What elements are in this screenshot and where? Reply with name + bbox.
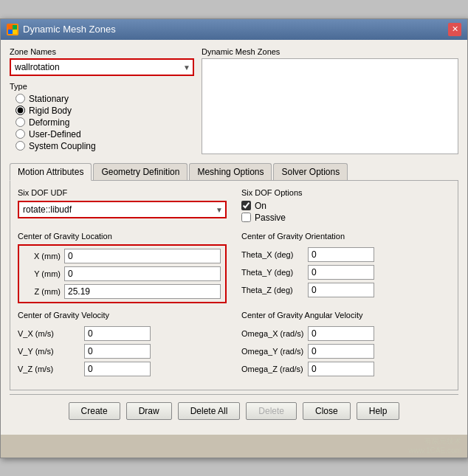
create-button[interactable]: Create xyxy=(69,402,120,420)
x-input[interactable] xyxy=(64,249,221,263)
six-dof-udf-label: Six DOF UDF xyxy=(18,188,227,197)
svg-rect-0 xyxy=(8,25,13,30)
theta-x-input[interactable] xyxy=(308,247,374,262)
checkbox-passive-label: Passive xyxy=(255,213,286,223)
theta-z-input[interactable] xyxy=(308,283,374,297)
tab-geometry-definition[interactable]: Geometry Definition xyxy=(93,163,187,180)
vz-row: V_Z (m/s) xyxy=(18,362,227,376)
six-dof-section: Six DOF UDF rotate::libudf ▼ Six DOF Opt… xyxy=(18,188,450,224)
cog-angular-velocity-fields: Omega_X (rad/s) Omega_Y (rad/s) Omega_Z … xyxy=(241,323,450,382)
title-bar-left: Dynamic Mesh Zones xyxy=(7,24,116,35)
svg-rect-2 xyxy=(8,30,13,34)
theta-x-row: Theta_X (deg) xyxy=(241,247,450,262)
vx-row: V_X (m/s) xyxy=(18,326,227,341)
dynamic-mesh-zones-window: Dynamic Mesh Zones ✕ Zone Names wallrota… xyxy=(0,18,468,458)
z-label: Z (mm) xyxy=(24,287,61,296)
six-dof-options-label: Six DOF Options xyxy=(241,188,450,197)
cog-location-label: Center of Gravity Location xyxy=(18,232,227,241)
tab-solver-options[interactable]: Solver Options xyxy=(273,163,348,180)
y-input[interactable] xyxy=(64,266,221,281)
radio-rigid-body-input[interactable] xyxy=(16,106,25,115)
radio-stationary-input[interactable] xyxy=(16,94,25,103)
tab-content-motion: Six DOF UDF rotate::libudf ▼ Six DOF Opt… xyxy=(10,181,458,390)
close-button[interactable]: Close xyxy=(303,402,351,420)
delete-all-button[interactable]: Delete All xyxy=(178,402,241,420)
cog-bottom-section: Center of Gravity Velocity V_X (m/s) V_Y… xyxy=(18,311,450,382)
vy-input[interactable] xyxy=(84,344,151,359)
omegaz-input[interactable] xyxy=(308,362,374,376)
cog-location-col: Center of Gravity Location X (mm) Y (mm) xyxy=(18,232,227,303)
svg-rect-1 xyxy=(13,25,17,30)
radio-system-coupling-input[interactable] xyxy=(16,141,25,151)
tabs-container: Motion Attributes Geometry Definition Me… xyxy=(10,163,458,181)
tab-motion-attributes[interactable]: Motion Attributes xyxy=(10,163,92,181)
vx-input[interactable] xyxy=(84,326,151,341)
omegay-row: Omega_Y (rad/s) xyxy=(241,344,450,359)
type-radio-group: Stationary Rigid Body Deforming xyxy=(10,94,194,151)
radio-system-coupling[interactable]: System Coupling xyxy=(16,141,194,151)
checkbox-passive[interactable]: Passive xyxy=(241,213,450,223)
left-column: Zone Names wallrotation ▼ Type Stationar… xyxy=(10,47,194,154)
radio-user-defined-input[interactable] xyxy=(16,129,25,139)
six-dof-options-col: Six DOF Options On Passive xyxy=(241,188,450,224)
zone-names-dropdown-wrapper: wallrotation ▼ xyxy=(10,58,194,76)
main-content: Zone Names wallrotation ▼ Type Stationar… xyxy=(1,40,467,435)
close-window-button[interactable]: ✕ xyxy=(448,23,461,36)
omegay-input[interactable] xyxy=(308,344,374,359)
theta-y-label: Theta_Y (deg) xyxy=(241,268,304,277)
six-dof-udf-dropdown-wrapper: rotate::libudf ▼ xyxy=(18,201,227,218)
type-section: Type Stationary Rigid Body xyxy=(10,82,194,151)
delete-button[interactable]: Delete xyxy=(246,402,297,420)
cog-orientation-label: Center of Gravity Orientation xyxy=(241,232,450,241)
theta-x-label: Theta_X (deg) xyxy=(241,250,304,259)
radio-deforming-label: Deforming xyxy=(29,117,69,128)
checkbox-on-input[interactable] xyxy=(241,201,251,210)
radio-stationary-label: Stationary xyxy=(29,94,69,104)
button-bar: Create Draw Delete All Delete Close Help xyxy=(10,394,458,427)
tab-meshing-options[interactable]: Meshing Options xyxy=(189,163,272,180)
radio-deforming[interactable]: Deforming xyxy=(16,117,194,128)
cog-orientation-col: Center of Gravity Orientation Theta_X (d… xyxy=(241,232,450,303)
field-row-x: X (mm) xyxy=(24,249,221,263)
field-row-y: Y (mm) xyxy=(24,266,221,281)
field-row-z: Z (mm) xyxy=(24,284,221,299)
omegaz-row: Omega_Z (rad/s) xyxy=(241,362,450,376)
help-button[interactable]: Help xyxy=(357,402,400,420)
right-column: Dynamic Mesh Zones xyxy=(202,47,458,154)
checkbox-on-label: On xyxy=(255,201,266,211)
dynamic-mesh-zones-listbox[interactable] xyxy=(202,58,458,154)
cog-velocity-fields: V_X (m/s) V_Y (m/s) V_Z (m/s) xyxy=(18,323,227,382)
checkbox-on[interactable]: On xyxy=(241,201,450,211)
vz-label: V_Z (m/s) xyxy=(18,365,80,373)
theta-z-row: Theta_Z (deg) xyxy=(241,283,450,297)
tabs: Motion Attributes Geometry Definition Me… xyxy=(10,163,458,180)
z-input[interactable] xyxy=(64,284,221,299)
cog-velocity-label: Center of Gravity Velocity xyxy=(18,311,227,320)
zone-names-dropdown[interactable]: wallrotation xyxy=(11,60,193,75)
window-title: Dynamic Mesh Zones xyxy=(23,24,116,35)
theta-y-input[interactable] xyxy=(308,265,374,280)
radio-system-coupling-label: System Coupling xyxy=(29,141,96,151)
radio-deforming-input[interactable] xyxy=(16,117,25,127)
omegay-label: Omega_Y (rad/s) xyxy=(241,347,304,356)
theta-y-row: Theta_Y (deg) xyxy=(241,265,450,280)
six-dof-udf-dropdown[interactable]: rotate::libudf xyxy=(19,202,225,217)
checkbox-passive-input[interactable] xyxy=(241,213,251,222)
draw-button[interactable]: Draw xyxy=(126,402,172,420)
y-label: Y (mm) xyxy=(24,269,61,278)
radio-user-defined-label: User-Defined xyxy=(29,129,81,139)
radio-user-defined[interactable]: User-Defined xyxy=(16,129,194,139)
zone-names-label: Zone Names xyxy=(10,47,194,56)
radio-stationary[interactable]: Stationary xyxy=(16,94,194,104)
app-icon xyxy=(7,24,18,35)
top-section: Zone Names wallrotation ▼ Type Stationar… xyxy=(10,47,458,154)
vz-input[interactable] xyxy=(84,362,151,376)
cog-velocity-col: Center of Gravity Velocity V_X (m/s) V_Y… xyxy=(18,311,227,382)
vy-label: V_Y (m/s) xyxy=(18,347,80,356)
radio-rigid-body[interactable]: Rigid Body xyxy=(16,106,194,116)
cog-top-section: Center of Gravity Location X (mm) Y (mm) xyxy=(18,232,450,303)
omegax-input[interactable] xyxy=(308,326,374,341)
cog-angular-velocity-col: Center of Gravity Angular Velocity Omega… xyxy=(241,311,450,382)
vx-label: V_X (m/s) xyxy=(18,329,80,338)
radio-rigid-body-label: Rigid Body xyxy=(29,106,72,116)
